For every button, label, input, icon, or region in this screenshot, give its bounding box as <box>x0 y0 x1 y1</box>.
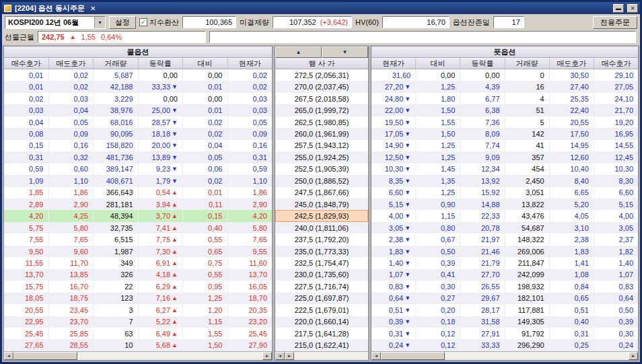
strike-hscrollbar[interactable]: ◄ ► <box>275 351 368 360</box>
call-price-cell[interactable]: 27,90 <box>228 339 273 351</box>
call-volume-cell[interactable]: 3,229 <box>94 93 139 104</box>
window-close-button[interactable]: ✕ <box>627 4 638 13</box>
call-ask-cell[interactable]: 16,70 <box>49 281 94 292</box>
put-ask-cell[interactable]: 30,50 <box>550 69 594 81</box>
call-change-cell[interactable]: 1,50 <box>183 339 228 351</box>
put-change-cell[interactable]: 0,39 <box>416 257 460 268</box>
put-change-cell[interactable]: 0,80 <box>416 222 460 233</box>
call-change-cell[interactable]: 0,00 <box>183 93 228 104</box>
call-price-cell[interactable]: 23,20 <box>228 316 273 328</box>
strike-price-cell[interactable]: 247,5 (1,867,66) <box>275 187 368 198</box>
scrollbar-track[interactable] <box>294 352 368 360</box>
call-price-cell[interactable]: 9,55 <box>228 246 273 257</box>
call-price-cell[interactable]: 18,70 <box>228 293 273 304</box>
put-volume-cell[interactable]: 296,290 <box>505 339 550 351</box>
call-rate-cell[interactable]: 0,00 <box>139 69 184 81</box>
call-rate-cell[interactable]: 9,23▼ <box>139 163 184 175</box>
call-volume-cell[interactable]: 22 <box>94 281 139 292</box>
call-change-cell[interactable]: 0,11 <box>183 198 228 210</box>
call-ask-cell[interactable]: 18,75 <box>49 293 94 304</box>
strike-price-cell[interactable]: 222,5 (1,679,01) <box>275 304 368 316</box>
put-change-cell[interactable]: 0,30 <box>416 281 460 292</box>
call-price-cell[interactable]: 0,31 <box>228 151 273 163</box>
call-volume-cell[interactable]: 349 <box>94 257 139 268</box>
put-volume-cell[interactable]: 269,006 <box>505 246 550 257</box>
put-bid-cell[interactable]: 0,39 <box>594 316 638 328</box>
call-change-cell[interactable]: 1,25 <box>183 293 228 304</box>
call-price-cell[interactable]: 7,65 <box>228 233 273 245</box>
put-ask-cell[interactable]: 4,05 <box>550 210 594 221</box>
call-price-cell[interactable]: 4,20 <box>228 210 273 221</box>
put-price-cell[interactable]: 6,60▼ <box>371 187 416 198</box>
put-rate-cell[interactable]: 31,58 <box>460 316 505 328</box>
strike-price-cell[interactable]: 252,5 (1,905,39) <box>275 163 368 175</box>
put-bid-cell[interactable]: 2,37 <box>594 233 638 245</box>
call-ask-cell[interactable]: 11,70 <box>49 257 94 268</box>
put-volume-cell[interactable]: 149,305 <box>505 316 550 328</box>
put-ask-cell[interactable]: 14,95 <box>550 140 594 151</box>
call-change-cell[interactable]: 0,95 <box>183 281 228 292</box>
call-hscrollbar[interactable]: ◄ ► <box>4 351 272 360</box>
put-rate-cell[interactable]: 27,70 <box>460 269 505 281</box>
scrollbar-thumb[interactable] <box>13 352 77 360</box>
call-volume-cell[interactable]: 408,671 <box>94 175 139 186</box>
strike-price-cell[interactable]: 257,5 (1,943,12) <box>275 140 368 151</box>
put-volume-cell[interactable]: 242,099 <box>505 269 550 281</box>
put-volume-cell[interactable]: 13,822 <box>505 198 550 210</box>
strike-price-cell[interactable]: 237,5 (1,792,20) <box>275 233 368 245</box>
call-ask-cell[interactable]: 1,10 <box>49 175 94 186</box>
put-ask-cell[interactable]: 1,83 <box>550 246 594 257</box>
put-volume-cell[interactable]: 54,687 <box>505 222 550 233</box>
scroll-left-icon[interactable]: ◄ <box>275 352 285 360</box>
call-change-cell[interactable]: 1,15 <box>183 316 228 328</box>
strike-price-cell[interactable]: 250,0 (1,886,52) <box>275 175 368 186</box>
call-rate-cell[interactable]: 7,30▲ <box>139 246 184 257</box>
put-volume-cell[interactable]: 43,476 <box>505 210 550 221</box>
put-price-cell[interactable]: 14,90▼ <box>371 140 416 151</box>
put-change-cell[interactable]: 0,12 <box>416 328 460 339</box>
call-ask-cell[interactable]: 5,80 <box>49 222 94 233</box>
strike-price-cell[interactable]: 235,0 (1,773,33) <box>275 246 368 257</box>
put-price-cell[interactable]: 8,35▼ <box>371 175 416 186</box>
call-rate-cell[interactable]: 13,89▼ <box>139 151 184 163</box>
put-rate-cell[interactable]: 20,78 <box>460 222 505 233</box>
call-price-cell[interactable]: 16,05 <box>228 281 273 292</box>
put-change-cell[interactable]: 1,25 <box>416 187 460 198</box>
put-bid-cell[interactable]: 1,07 <box>594 269 638 281</box>
call-volume-cell[interactable]: 3 <box>94 304 139 316</box>
call-bid-cell[interactable]: 15,75 <box>4 281 49 292</box>
put-bid-cell[interactable]: 24,10 <box>594 93 638 104</box>
call-bid-cell[interactable]: 13,70 <box>4 269 49 281</box>
put-rate-cell[interactable]: 27,91 <box>460 328 505 339</box>
call-change-cell[interactable]: 0,75 <box>183 257 228 268</box>
put-change-cell[interactable]: 0,50 <box>416 246 460 257</box>
put-bid-cell[interactable]: 0,50 <box>594 304 638 316</box>
call-price-cell[interactable]: 0,16 <box>228 140 273 151</box>
put-change-cell[interactable]: 1,50 <box>416 128 460 139</box>
put-price-cell[interactable]: 0,31▼ <box>371 328 416 339</box>
put-rate-cell[interactable]: 14,88 <box>460 198 505 210</box>
strike-price-cell[interactable]: 245,0 (1,848,79) <box>275 198 368 210</box>
put-change-cell[interactable]: 0,27 <box>416 293 460 304</box>
put-ask-cell[interactable]: 0,40 <box>550 316 594 328</box>
call-change-cell[interactable]: 0,06 <box>183 163 228 175</box>
strike-price-cell[interactable]: 242,5 (1,829,93) <box>275 210 368 221</box>
call-change-cell[interactable]: 0,01 <box>183 104 228 116</box>
put-volume-cell[interactable]: 16 <box>505 81 550 92</box>
scroll-right-icon[interactable]: ► <box>262 352 272 360</box>
call-rate-cell[interactable]: 0,00 <box>139 93 184 104</box>
call-volume-cell[interactable]: 38,976 <box>94 104 139 116</box>
strike-price-cell[interactable]: 225,0 (1,697,87) <box>275 293 368 304</box>
put-ask-cell[interactable]: 0,31 <box>550 328 594 339</box>
put-change-cell[interactable]: 1,35 <box>416 175 460 186</box>
call-change-cell[interactable]: 0,01 <box>183 81 228 92</box>
put-rate-cell[interactable]: 7,36 <box>460 116 505 128</box>
put-ask-cell[interactable]: 22,40 <box>550 104 594 116</box>
put-ask-cell[interactable]: 2,38 <box>550 233 594 245</box>
call-rate-cell[interactable]: 7,75▲ <box>139 233 184 245</box>
put-hscrollbar[interactable]: ◄ ► <box>371 351 638 360</box>
call-ask-cell[interactable]: 0,02 <box>49 69 94 81</box>
call-volume-cell[interactable]: 42,188 <box>94 81 139 92</box>
call-volume-cell[interactable]: 63 <box>94 328 139 339</box>
put-rate-cell[interactable]: 26,55 <box>460 281 505 292</box>
